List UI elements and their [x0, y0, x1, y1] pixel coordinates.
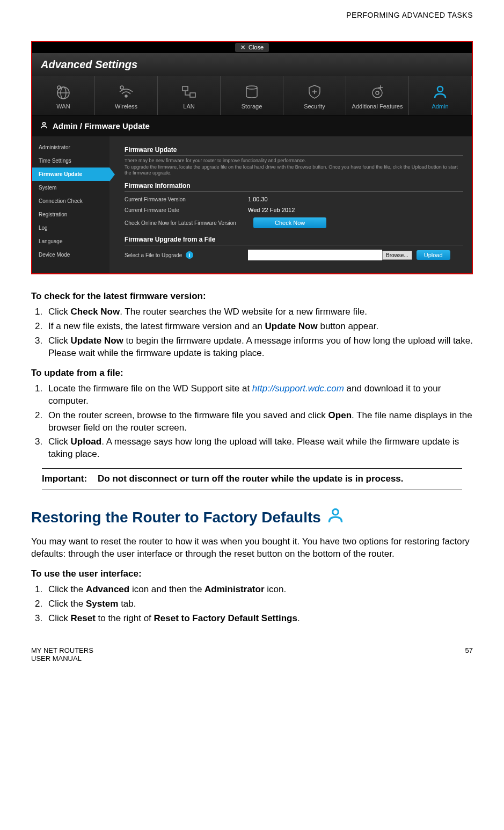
important-text: Do not disconnect or turn off the router…: [98, 473, 404, 485]
breadcrumb: Admin / Firmware Update: [32, 115, 472, 136]
nav-lan[interactable]: LAN: [158, 76, 221, 115]
sidebar-firmware-update[interactable]: Firmware Update: [32, 168, 109, 181]
select-file-label: Select a File to Upgrade i: [125, 251, 248, 259]
nav-label: Additional Features: [348, 103, 406, 110]
svg-point-5: [120, 86, 123, 89]
check-now-button[interactable]: Check Now: [253, 217, 326, 228]
footer-product: MY NET ROUTERS: [31, 646, 93, 654]
support-link[interactable]: http://support.wdc.com: [252, 383, 344, 394]
nav-label: Admin: [411, 103, 469, 110]
modal-close-bar: ✕Close: [32, 42, 472, 53]
fw-update-title: Firmware Update: [125, 146, 463, 156]
browse-button[interactable]: Browse...: [382, 251, 412, 260]
main-panel: Firmware Update There may be new firmwar…: [109, 136, 472, 273]
fw-upgrade-file-title: Firmware Upgrade from a File: [125, 236, 463, 245]
breadcrumb-text: Admin / Firmware Update: [53, 121, 150, 130]
window-title: Advanced Settings: [32, 53, 472, 76]
svg-point-4: [125, 95, 127, 97]
nav-admin[interactable]: Admin: [409, 76, 472, 115]
restore-heading: Restoring the Router to Factory Defaults: [31, 507, 321, 528]
nav-additional[interactable]: Additional Features: [346, 76, 409, 115]
nav-wan[interactable]: WAN: [32, 76, 95, 115]
ui-procedure-steps: Click the Advanced icon and then the Adm…: [31, 584, 473, 625]
close-icon: ✕: [240, 44, 245, 50]
svg-rect-6: [182, 86, 188, 91]
list-item: Click Check Now. The router searches the…: [45, 306, 473, 318]
list-item: Click Reset to the right of Reset to Fac…: [45, 613, 473, 625]
nav-label: Security: [286, 103, 344, 110]
svg-point-15: [437, 86, 443, 92]
file-path-input[interactable]: [248, 250, 382, 260]
important-label: Important:: [42, 473, 98, 485]
sidebar-language[interactable]: Language: [32, 235, 109, 248]
svg-point-17: [333, 509, 339, 515]
nav-label: Storage: [223, 103, 281, 110]
sidebar-registration[interactable]: Registration: [32, 208, 109, 221]
list-item: If a new file exists, the latest firmwar…: [45, 321, 473, 333]
fw-version-value: 1.00.30: [248, 196, 268, 202]
nav-label: Wireless: [97, 103, 155, 110]
page-footer: MY NET ROUTERS USER MANUAL 57: [31, 646, 473, 662]
top-nav: WAN Wireless LAN Storage Security: [32, 76, 472, 115]
ui-procedure-title: To use the user interface:: [31, 568, 473, 580]
upload-button[interactable]: Upload: [417, 250, 450, 260]
fw-date-label: Current Firmware Date: [125, 207, 248, 213]
close-label: Close: [249, 44, 264, 50]
sidebar-connection-check[interactable]: Connection Check: [32, 194, 109, 208]
plus-gear-icon: [348, 83, 406, 101]
list-item: Click Update Now to begin the firmware u…: [45, 335, 473, 360]
sidebar-log[interactable]: Log: [32, 221, 109, 235]
router-screenshot: ✕Close Advanced Settings WAN Wireless LA…: [31, 41, 473, 274]
admin-icon: [326, 506, 345, 528]
close-button[interactable]: ✕Close: [235, 43, 269, 52]
list-item: Locate the firmware file on the WD Suppo…: [45, 383, 473, 407]
admin-icon: [411, 83, 469, 101]
restore-intro: You may want to reset the router to how …: [31, 536, 473, 560]
fw-update-desc: There may be new firmware for your route…: [125, 158, 463, 177]
sidebar-device-mode[interactable]: Device Mode: [32, 248, 109, 261]
fw-version-label: Current Firmware Version: [125, 196, 248, 202]
svg-rect-7: [190, 93, 195, 97]
nav-wireless[interactable]: Wireless: [95, 76, 158, 115]
check-firmware-steps: Click Check Now. The router searches the…: [31, 306, 473, 360]
nav-security[interactable]: Security: [283, 76, 346, 115]
nav-label: LAN: [160, 103, 218, 110]
globe-gear-icon: [34, 83, 92, 101]
list-item: Click Upload. A message says how long th…: [45, 436, 473, 461]
update-file-title: To update from a file:: [31, 367, 473, 380]
fw-info-title: Firmware Information: [125, 182, 463, 192]
shield-icon: [286, 83, 344, 101]
list-item: On the router screen, browse to the firm…: [45, 410, 473, 434]
admin-small-icon: [40, 121, 48, 131]
svg-point-16: [43, 122, 46, 125]
list-item: Click the System tab.: [45, 598, 473, 610]
list-item: Click the Advanced icon and then the Adm…: [45, 584, 473, 596]
info-icon[interactable]: i: [186, 251, 193, 259]
sidebar-system[interactable]: System: [32, 181, 109, 194]
page-number: 57: [465, 646, 473, 662]
fw-date-value: Wed 22 Feb 2012: [248, 207, 295, 213]
update-file-steps: Locate the firmware file on the WD Suppo…: [31, 383, 473, 461]
footer-doc-type: USER MANUAL: [31, 654, 93, 662]
fw-check-label: Check Online Now for Latest Firmware Ver…: [125, 220, 253, 226]
svg-point-8: [246, 86, 257, 89]
nav-label: WAN: [34, 103, 92, 110]
admin-sidebar: Administrator Time Settings Firmware Upd…: [32, 136, 109, 273]
sidebar-administrator[interactable]: Administrator: [32, 141, 109, 154]
wifi-gear-icon: [97, 83, 155, 101]
nav-storage[interactable]: Storage: [221, 76, 283, 115]
svg-point-12: [376, 91, 379, 94]
check-firmware-title: To check for the latest firmware version…: [31, 290, 473, 303]
sidebar-time-settings[interactable]: Time Settings: [32, 154, 109, 168]
lan-icon: [160, 83, 218, 101]
storage-icon: [223, 83, 281, 101]
important-note: Important: Do not disconnect or turn off…: [42, 468, 462, 490]
page-header: PERFORMING ADVANCED TASKS: [31, 11, 473, 19]
